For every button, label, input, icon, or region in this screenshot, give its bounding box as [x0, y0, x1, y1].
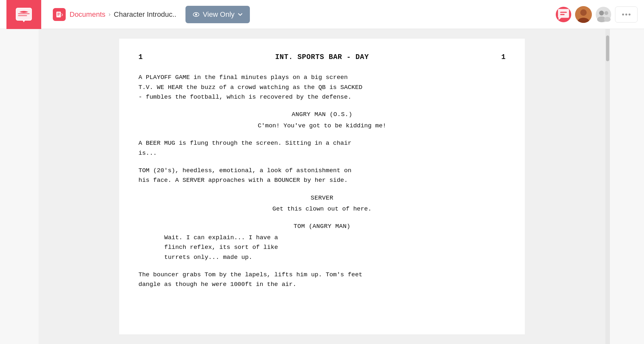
svg-rect-5	[57, 13, 60, 14]
header: Documents › Character Introduc.. View On…	[0, 0, 644, 29]
more-options-button[interactable]	[615, 6, 638, 23]
eye-icon	[193, 11, 200, 18]
character-name-1: ANGRY MAN (O.S.)	[138, 110, 506, 119]
dialogue-text-2: Get this clown out of here.	[138, 204, 506, 214]
svg-rect-3	[18, 15, 27, 16]
sidebar-left	[0, 29, 39, 344]
comment-avatar[interactable]	[556, 7, 571, 22]
view-only-button[interactable]: View Only	[185, 6, 250, 23]
scene-header: 1 INT. SPORTS BAR - DAY 1	[138, 52, 506, 63]
svg-rect-10	[560, 12, 567, 13]
svg-point-9	[195, 14, 197, 15]
dialogue-block-1: ANGRY MAN (O.S.) C'mon! You've got to be…	[138, 110, 506, 131]
view-only-label: View Only	[203, 10, 235, 19]
header-nav: Documents › Character Introduc.. View On…	[53, 6, 250, 23]
svg-point-13	[580, 9, 587, 16]
svg-rect-6	[57, 14, 60, 15]
script-content-area[interactable]: 1 INT. SPORTS BAR - DAY 1 A PLAYOFF GAME…	[39, 29, 605, 344]
sidebar-right	[605, 29, 644, 344]
scene-number-left: 1	[138, 52, 143, 63]
people-icon[interactable]	[596, 7, 611, 22]
character-name-2: SERVER	[138, 193, 506, 203]
breadcrumb-current-page: Character Introduc..	[114, 10, 176, 19]
svg-rect-4	[56, 12, 61, 17]
svg-rect-2	[18, 13, 30, 14]
dot-1	[622, 14, 624, 15]
breadcrumb-documents-link[interactable]: Documents	[70, 10, 105, 19]
app-logo	[6, 0, 41, 29]
breadcrumb: Documents › Character Introduc..	[70, 10, 176, 19]
svg-point-17	[604, 11, 608, 15]
action-block-3: TOM (20's), heedless, emotional, a look …	[138, 166, 506, 185]
svg-rect-11	[560, 14, 565, 15]
dot-2	[625, 14, 627, 15]
scene-heading: INT. SPORTS BAR - DAY	[275, 52, 369, 63]
chevron-down-icon	[238, 12, 243, 17]
user-avatar[interactable]	[575, 6, 592, 23]
svg-point-18	[604, 17, 611, 22]
breadcrumb-separator: ›	[109, 11, 110, 18]
dialogue-text-3: Wait. I can explain... I have a flinch r…	[164, 233, 506, 262]
dot-3	[629, 14, 630, 15]
svg-rect-7	[57, 15, 59, 15]
action-block-1: A PLAYOFF GAME in the final minutes play…	[138, 73, 506, 102]
document-nav-icon[interactable]	[53, 8, 66, 21]
action-block-2: A BEER MUG is flung through the screen. …	[138, 138, 506, 158]
script-page: 1 INT. SPORTS BAR - DAY 1 A PLAYOFF GAME…	[119, 39, 525, 334]
character-name-3: TOM (ANGRY MAN)	[138, 221, 506, 231]
main-content: 1 INT. SPORTS BAR - DAY 1 A PLAYOFF GAME…	[0, 29, 644, 344]
header-right	[556, 6, 638, 23]
dialogue-block-2: SERVER Get this clown out of here.	[138, 193, 506, 214]
scene-number-right: 1	[501, 52, 506, 63]
action-block-4: The bouncer grabs Tom by the lapels, lif…	[138, 270, 506, 290]
dialogue-text-1: C'mon! You've got to be kidding me!	[138, 121, 506, 131]
svg-point-15	[599, 11, 604, 15]
scrollbar-track[interactable]	[605, 29, 610, 344]
scrollbar-thumb[interactable]	[606, 35, 609, 61]
dialogue-block-3: TOM (ANGRY MAN) Wait. I can explain... I…	[138, 221, 506, 262]
